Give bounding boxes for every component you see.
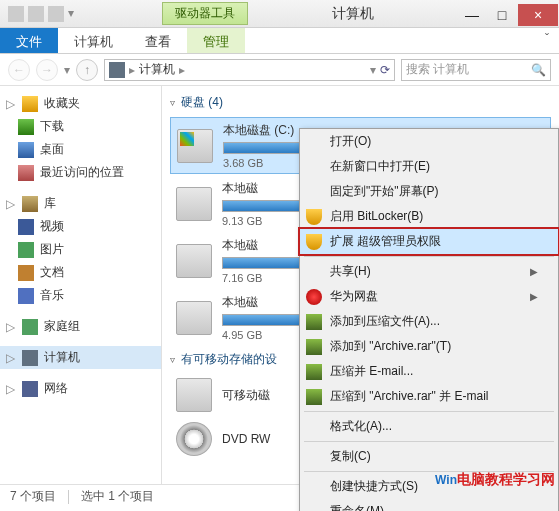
computer-icon: [22, 350, 38, 366]
tab-manage[interactable]: 管理: [187, 28, 245, 53]
section-hard-drives[interactable]: ▿硬盘 (4): [170, 90, 551, 115]
history-dropdown-icon[interactable]: ▾: [64, 63, 70, 77]
sidebar-network[interactable]: ▷网络: [0, 377, 161, 400]
sidebar-music[interactable]: 音乐: [0, 284, 161, 307]
tab-view[interactable]: 查看: [129, 28, 187, 53]
network-icon: [22, 381, 38, 397]
shield-icon: [306, 234, 322, 250]
sidebar-favorites[interactable]: ▷收藏夹: [0, 92, 161, 115]
refresh-icon[interactable]: ⟳: [380, 63, 390, 77]
qat-dropdown-icon[interactable]: ▾: [68, 6, 74, 22]
sidebar-desktop[interactable]: 桌面: [0, 138, 161, 161]
qat-icon-2[interactable]: [48, 6, 64, 22]
picture-icon: [18, 242, 34, 258]
cm-open-new-window[interactable]: 在新窗口中打开(E): [300, 154, 558, 179]
forward-button[interactable]: →: [36, 59, 58, 81]
removable-icon: [176, 378, 212, 412]
cm-compress-rar-email[interactable]: 压缩到 "Archive.rar" 并 E-mail: [300, 384, 558, 409]
sidebar-documents[interactable]: 文档: [0, 261, 161, 284]
address-dropdown-icon[interactable]: ▾: [370, 63, 376, 77]
breadcrumb-computer[interactable]: 计算机: [139, 61, 175, 78]
desktop-icon: [18, 142, 34, 158]
separator: [304, 411, 554, 412]
minimize-button[interactable]: —: [458, 4, 486, 26]
cm-share[interactable]: 共享(H)▶: [300, 259, 558, 284]
contextual-tab-driver-tools[interactable]: 驱动器工具: [162, 2, 248, 25]
submenu-arrow-icon: ▶: [530, 266, 538, 277]
drive-icon: [176, 244, 212, 278]
search-placeholder: 搜索 计算机: [406, 61, 469, 78]
sidebar-pictures[interactable]: 图片: [0, 238, 161, 261]
watermark: Win电脑教程学习网: [435, 468, 555, 489]
cm-bitlocker[interactable]: 启用 BitLocker(B): [300, 204, 558, 229]
status-item-count: 7 个项目: [10, 488, 56, 505]
tab-file[interactable]: 文件: [0, 28, 58, 53]
breadcrumb-sep-2[interactable]: ▸: [179, 63, 185, 77]
sidebar-recent[interactable]: 最近访问的位置: [0, 161, 161, 184]
star-icon: [22, 96, 38, 112]
qat-icons: ▾: [0, 6, 82, 22]
video-icon: [18, 219, 34, 235]
search-input[interactable]: 搜索 计算机 🔍: [401, 59, 551, 81]
cm-admin-rights[interactable]: 扩展 超级管理员权限: [298, 227, 559, 256]
drive-icon: [176, 301, 212, 335]
window-title: 计算机: [248, 5, 457, 23]
cm-rename[interactable]: 重命名(M): [300, 499, 558, 511]
ribbon-tabs: 文件 计算机 查看 管理 ˇ: [0, 28, 559, 54]
huawei-icon: [306, 289, 322, 305]
shield-icon: [306, 209, 322, 225]
separator: [68, 490, 69, 504]
archive-icon: [306, 364, 322, 380]
collapse-icon: ▿: [170, 354, 175, 365]
cm-huawei[interactable]: 华为网盘▶: [300, 284, 558, 309]
drive-icon: [177, 129, 213, 163]
separator: [304, 441, 554, 442]
computer-icon: [109, 62, 125, 78]
collapse-icon: ▿: [170, 97, 175, 108]
title-bar: ▾ 驱动器工具 计算机 — □ ×: [0, 0, 559, 28]
breadcrumb-sep[interactable]: ▸: [129, 63, 135, 77]
sidebar-homegroup[interactable]: ▷家庭组: [0, 315, 161, 338]
recent-icon: [18, 165, 34, 181]
archive-icon: [306, 339, 322, 355]
ribbon-expand-icon[interactable]: ˇ: [535, 28, 559, 53]
download-icon: [18, 119, 34, 135]
tab-computer[interactable]: 计算机: [58, 28, 129, 53]
dvd-icon: [176, 422, 212, 456]
sidebar-libraries[interactable]: ▷库: [0, 192, 161, 215]
navigation-pane: ▷收藏夹 下载 桌面 最近访问的位置 ▷库 视频 图片 文档 音乐 ▷家庭组 ▷…: [0, 86, 162, 484]
cm-pin-start[interactable]: 固定到"开始"屏幕(P): [300, 179, 558, 204]
archive-icon: [306, 314, 322, 330]
sidebar-videos[interactable]: 视频: [0, 215, 161, 238]
up-button[interactable]: ↑: [76, 59, 98, 81]
back-button[interactable]: ←: [8, 59, 30, 81]
submenu-arrow-icon: ▶: [530, 291, 538, 302]
cm-compress-email[interactable]: 压缩并 E-mail...: [300, 359, 558, 384]
cm-copy[interactable]: 复制(C): [300, 444, 558, 469]
library-icon: [22, 196, 38, 212]
status-selected-count: 选中 1 个项目: [81, 488, 154, 505]
sidebar-downloads[interactable]: 下载: [0, 115, 161, 138]
drive-icon: [176, 187, 212, 221]
archive-icon: [306, 389, 322, 405]
sidebar-computer[interactable]: ▷计算机: [0, 346, 161, 369]
search-icon: 🔍: [531, 63, 546, 77]
cm-format[interactable]: 格式化(A)...: [300, 414, 558, 439]
music-icon: [18, 288, 34, 304]
qat-icon-1[interactable]: [28, 6, 44, 22]
app-icon: [8, 6, 24, 22]
cm-add-archive-rar[interactable]: 添加到 "Archive.rar"(T): [300, 334, 558, 359]
homegroup-icon: [22, 319, 38, 335]
separator: [304, 256, 554, 257]
close-button[interactable]: ×: [518, 4, 558, 26]
address-bar[interactable]: ▸ 计算机 ▸ ▾ ⟳: [104, 59, 395, 81]
cm-add-archive[interactable]: 添加到压缩文件(A)...: [300, 309, 558, 334]
maximize-button[interactable]: □: [488, 4, 516, 26]
document-icon: [18, 265, 34, 281]
cm-open[interactable]: 打开(O): [300, 129, 558, 154]
context-menu: 打开(O) 在新窗口中打开(E) 固定到"开始"屏幕(P) 启用 BitLock…: [299, 128, 559, 511]
navigation-bar: ← → ▾ ↑ ▸ 计算机 ▸ ▾ ⟳ 搜索 计算机 🔍: [0, 54, 559, 86]
